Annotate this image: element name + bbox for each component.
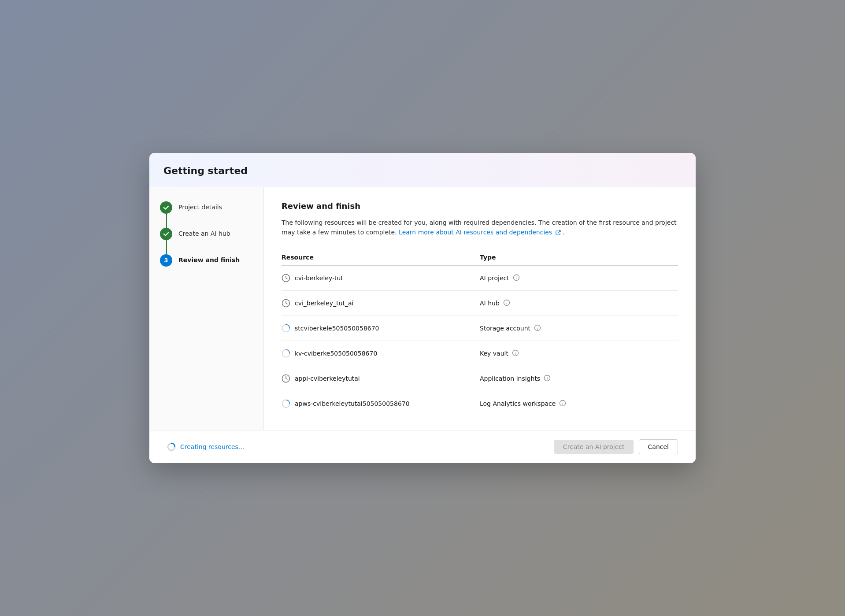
table-row: stcviberkele505050058670 Storage account… — [282, 316, 678, 341]
resource-type-label: Storage account — [480, 325, 530, 332]
spinner-icon — [282, 324, 290, 333]
table-row: appi-cviberkeleytutai Application insigh… — [282, 366, 678, 391]
step-review-finish: 3 Review and finish — [160, 254, 253, 267]
resource-icon — [282, 274, 290, 282]
step-2-label: Create an AI hub — [178, 228, 230, 237]
resource-name-cell: cvi_berkeley_tut_ai — [282, 291, 480, 316]
checkmark-icon — [163, 204, 170, 211]
resource-name: apws-cviberkeleytutai505050058670 — [295, 400, 410, 407]
info-icon: i — [513, 274, 520, 281]
create-ai-project-button[interactable]: Create an AI project — [554, 440, 634, 454]
step-connector-2 — [166, 240, 167, 254]
svg-text:i: i — [562, 401, 563, 406]
resource-type-cell: Key vault i — [480, 341, 678, 366]
resource-icon — [282, 374, 290, 383]
resource-type-cell: Application insights i — [480, 366, 678, 391]
resource-name: cvi-berkeley-tut — [295, 275, 343, 282]
clock-icon — [282, 299, 290, 308]
stepper-sidebar: Project details Create an AI hub 3 Revie… — [149, 187, 264, 430]
resource-type-label: AI project — [480, 275, 509, 282]
step-3-icon: 3 — [160, 254, 172, 267]
modal-title: Getting started — [163, 165, 682, 176]
step-create-ai-hub: Create an AI hub — [160, 228, 253, 240]
table-row: apws-cviberkeleytutai505050058670 Log An… — [282, 391, 678, 416]
resource-type-label: Log Analytics workspace — [480, 400, 556, 407]
spinner-icon — [282, 399, 290, 408]
resource-table: Resource Type cvi-berkeley-tut AI projec… — [282, 249, 678, 416]
resource-name-cell: stcviberkele505050058670 — [282, 316, 480, 341]
step-project-details: Project details — [160, 201, 253, 214]
resource-name-cell: apws-cviberkeleytutai505050058670 — [282, 391, 480, 416]
resource-name-cell: kv-cviberke505050058670 — [282, 341, 480, 366]
description: The following resources will be created … — [282, 218, 678, 237]
checkmark-icon-2 — [163, 230, 170, 237]
resource-type-label: AI hub — [480, 300, 500, 307]
resource-type-cell: Storage account i — [480, 316, 678, 341]
table-row: kv-cviberke505050058670 Key vault i — [282, 341, 678, 366]
info-icon: i — [512, 349, 519, 356]
step-2-icon — [160, 228, 172, 240]
svg-text:i: i — [515, 351, 516, 356]
modal-footer: Creating resources... Create an AI proje… — [149, 430, 696, 463]
table-row: cvi_berkeley_tut_ai AI hub i — [282, 291, 678, 316]
info-button[interactable]: i — [512, 349, 519, 358]
step-3-number: 3 — [164, 257, 168, 263]
step-connector-1 — [166, 214, 167, 228]
info-button[interactable]: i — [513, 274, 520, 282]
info-icon: i — [559, 400, 566, 407]
svg-text:i: i — [537, 326, 538, 330]
resource-icon — [282, 299, 290, 308]
learn-more-link[interactable]: Learn more about AI resources and depend… — [399, 229, 563, 236]
clock-icon — [282, 374, 290, 383]
modal-header: Getting started — [149, 153, 696, 187]
info-button[interactable]: i — [559, 400, 566, 408]
info-button[interactable]: i — [544, 375, 551, 383]
external-link-icon — [556, 230, 561, 235]
resource-icon — [282, 324, 290, 333]
svg-text:i: i — [506, 301, 508, 305]
resource-icon — [282, 399, 290, 408]
resource-type-cell: AI hub i — [480, 291, 678, 316]
resource-name: stcviberkele505050058670 — [295, 325, 379, 332]
content-area: Review and finish The following resource… — [264, 187, 696, 430]
step-1-icon — [160, 201, 172, 214]
footer-buttons: Create an AI project Cancel — [554, 439, 678, 454]
resource-icon — [282, 349, 290, 358]
resource-name-cell: appi-cviberkeleytutai — [282, 366, 480, 391]
step-3-label: Review and finish — [178, 254, 240, 264]
table-row: cvi-berkeley-tut AI project i — [282, 266, 678, 291]
col-type: Type — [480, 249, 678, 266]
resource-type-cell: Log Analytics workspace i — [480, 391, 678, 416]
getting-started-modal: Getting started Project details — [149, 153, 696, 464]
col-resource: Resource — [282, 249, 480, 266]
info-button[interactable]: i — [503, 299, 510, 308]
step-1-label: Project details — [178, 201, 222, 211]
resource-name: cvi_berkeley_tut_ai — [295, 300, 353, 307]
resource-name-cell: cvi-berkeley-tut — [282, 266, 480, 291]
info-icon: i — [503, 299, 510, 306]
spinner-icon — [282, 349, 290, 358]
svg-text:i: i — [547, 376, 548, 381]
section-title: Review and finish — [282, 201, 678, 211]
info-icon: i — [544, 375, 551, 382]
clock-icon — [282, 274, 290, 282]
resource-type-label: Key vault — [480, 350, 508, 357]
footer-left: Creating resources... — [167, 442, 244, 451]
creating-spinner-icon — [167, 442, 176, 451]
cancel-button[interactable]: Cancel — [639, 439, 678, 454]
resource-name: appi-cviberkeleytutai — [295, 375, 360, 382]
info-button[interactable]: i — [534, 324, 541, 333]
resource-type-cell: AI project i — [480, 266, 678, 291]
creating-text: Creating resources... — [180, 443, 244, 450]
modal-body: Project details Create an AI hub 3 Revie… — [149, 187, 696, 430]
svg-text:i: i — [515, 276, 517, 280]
info-icon: i — [534, 324, 541, 331]
resource-type-label: Application insights — [480, 375, 540, 382]
resource-name: kv-cviberke505050058670 — [295, 350, 377, 357]
